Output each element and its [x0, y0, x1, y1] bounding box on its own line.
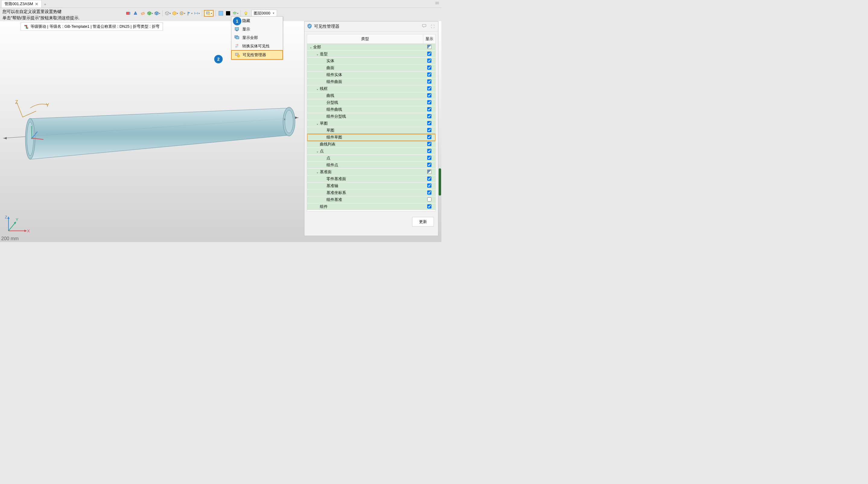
- tree-row[interactable]: ⌄全部: [307, 44, 435, 51]
- svg-point-12: [208, 13, 210, 15]
- tree-label: 组件点: [327, 162, 338, 168]
- visibility-checkbox[interactable]: [423, 52, 435, 57]
- tree-row[interactable]: 基准坐标系: [307, 189, 435, 196]
- tree-label: 点: [320, 148, 324, 154]
- tree-row[interactable]: 组件: [307, 203, 435, 210]
- toggle-icon[interactable]: ⌄: [316, 122, 320, 125]
- panel-close-icon[interactable]: ⛶: [430, 25, 436, 29]
- callout-1: 1: [233, 17, 241, 25]
- svg-rect-14: [226, 11, 230, 16]
- tree-row[interactable]: ⌄基准面: [307, 169, 435, 176]
- menu-show-all[interactable]: 显示全部: [231, 33, 283, 42]
- visibility-checkbox[interactable]: [423, 128, 435, 133]
- tab-bar: 管路001.Z3ASM ✕ +: [0, 0, 441, 8]
- visibility-dropdown-button[interactable]: [204, 10, 214, 17]
- visibility-checkbox[interactable]: [423, 79, 435, 85]
- dimension-icon[interactable]: [193, 10, 200, 17]
- bulb-icon[interactable]: [243, 10, 249, 17]
- hint-text: 您可以在自定义设置里设置热键 单击"帮助/显示提示"按钮来取消这些提示.: [2, 8, 80, 21]
- tree-row[interactable]: 组件曲面: [307, 79, 435, 85]
- circle-target-icon[interactable]: [179, 10, 186, 17]
- svg-rect-22: [236, 36, 239, 39]
- visibility-checkbox[interactable]: [423, 121, 435, 126]
- visibility-checkbox[interactable]: [423, 170, 435, 175]
- tree-row[interactable]: 分型线: [307, 99, 435, 106]
- visibility-checkbox[interactable]: [423, 156, 435, 161]
- tree-row[interactable]: 曲面: [307, 65, 435, 71]
- toggle-icon[interactable]: ⌄: [316, 171, 320, 174]
- add-tab-button[interactable]: +: [42, 1, 49, 7]
- visibility-checkbox[interactable]: [423, 72, 435, 78]
- cube-green-icon[interactable]: [147, 10, 153, 17]
- tab-menu-icon[interactable]: [435, 1, 440, 6]
- tree-row[interactable]: 草图: [307, 127, 435, 134]
- tree-row[interactable]: ⌄线框: [307, 85, 435, 92]
- visibility-checkbox[interactable]: [423, 107, 435, 112]
- tool-1-icon[interactable]: [125, 10, 131, 17]
- layers-icon[interactable]: [232, 10, 239, 17]
- scroll-handle[interactable]: [439, 169, 441, 195]
- layer-selector[interactable]: 图层0000 ▼: [252, 10, 277, 17]
- tree-row[interactable]: 组件实体: [307, 71, 435, 79]
- color-blue-button[interactable]: [218, 10, 224, 17]
- visibility-checkbox[interactable]: [423, 149, 435, 154]
- close-icon[interactable]: ✕: [35, 2, 38, 6]
- toggle-icon[interactable]: ⌄: [316, 53, 320, 56]
- visibility-tree[interactable]: ⌄全部⌄造型实体曲面组件实体组件曲面⌄线框曲线分型线组件曲线组件分型线⌄草图草图…: [307, 44, 435, 212]
- visibility-checkbox[interactable]: [423, 177, 435, 182]
- pipe-icon: [24, 24, 29, 29]
- tree-row[interactable]: 点: [307, 155, 435, 162]
- visibility-checkbox[interactable]: [423, 142, 435, 147]
- tree-row[interactable]: 曲线: [307, 92, 435, 99]
- tree-row[interactable]: 组件基准: [307, 196, 435, 203]
- visibility-checkbox[interactable]: [423, 114, 435, 119]
- visibility-checkbox[interactable]: [423, 65, 435, 70]
- column-type[interactable]: 类型: [307, 34, 423, 43]
- tree-row[interactable]: ⌄草图: [307, 120, 435, 127]
- tree-row[interactable]: 零件基准面: [307, 176, 435, 183]
- tree-label: 组件分型线: [327, 114, 346, 119]
- panel-columns: 类型 显示: [307, 34, 435, 44]
- menu-swap-visibility[interactable]: 转换实体可见性: [231, 42, 283, 51]
- tree-row[interactable]: 组件草图: [307, 134, 435, 141]
- visibility-checkbox[interactable]: [423, 190, 435, 195]
- tree-row[interactable]: 曲线列表: [307, 141, 435, 148]
- toggle-icon[interactable]: ⌄: [316, 150, 320, 153]
- cube-outline-icon[interactable]: [164, 10, 171, 17]
- hexagon-icon[interactable]: [172, 10, 178, 17]
- visibility-checkbox[interactable]: [423, 198, 435, 203]
- visibility-checkbox[interactable]: [423, 59, 435, 64]
- svg-rect-4: [141, 12, 145, 15]
- color-black-button[interactable]: [225, 10, 231, 17]
- tree-row[interactable]: 组件分型线: [307, 113, 435, 120]
- flag-icon[interactable]: [186, 10, 193, 17]
- visibility-checkbox[interactable]: [423, 183, 435, 189]
- panel-bubble-icon[interactable]: [421, 24, 428, 29]
- visibility-checkbox[interactable]: [423, 100, 435, 105]
- tool-2-icon[interactable]: [132, 10, 139, 17]
- visibility-checkbox[interactable]: [423, 163, 435, 168]
- cube-blue-icon[interactable]: [154, 10, 160, 17]
- visibility-checkbox[interactable]: [423, 86, 435, 91]
- tree-row[interactable]: ⌄造型: [307, 51, 435, 58]
- visibility-checkbox[interactable]: [423, 204, 435, 209]
- visibility-checkbox[interactable]: [423, 135, 435, 140]
- update-button[interactable]: 更新: [412, 217, 434, 226]
- menu-show[interactable]: 显示: [231, 25, 283, 33]
- chevron-down-icon: ▼: [272, 12, 275, 15]
- eraser-icon[interactable]: [140, 10, 146, 17]
- document-tab[interactable]: 管路001.Z3ASM ✕: [1, 0, 42, 7]
- tree-row[interactable]: 基准轴: [307, 183, 435, 189]
- toggle-icon[interactable]: ⌄: [316, 87, 320, 91]
- visibility-checkbox[interactable]: [423, 93, 435, 98]
- tree-row[interactable]: ⌄点: [307, 148, 435, 155]
- menu-visibility-manager[interactable]: 可见性管理器: [231, 50, 283, 60]
- tree-row[interactable]: 组件曲线: [307, 106, 435, 113]
- tree-row[interactable]: 实体: [307, 58, 435, 65]
- tree-row[interactable]: 组件点: [307, 162, 435, 169]
- column-visible[interactable]: 显示: [423, 34, 435, 43]
- axis-triad: X Z Y: [2, 214, 30, 235]
- toggle-icon[interactable]: ⌄: [310, 46, 313, 49]
- tab-title: 管路001.Z3ASM: [4, 1, 33, 7]
- visibility-checkbox[interactable]: [423, 44, 435, 50]
